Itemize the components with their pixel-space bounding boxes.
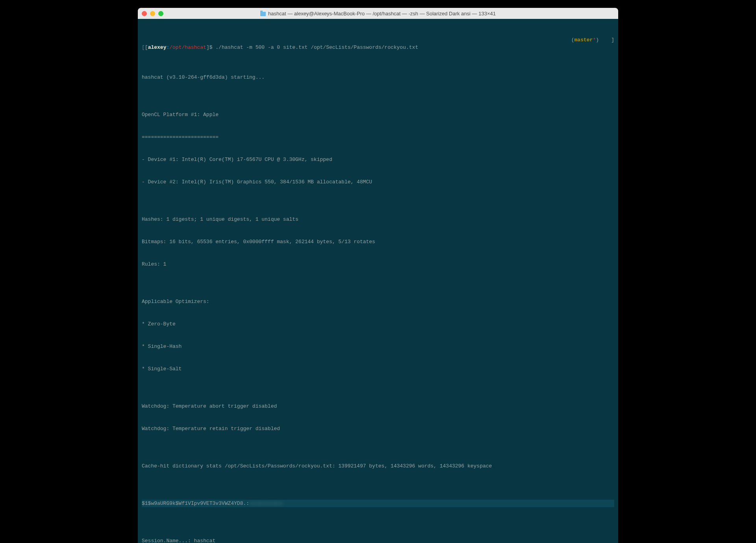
output-line: - Device #1: Intel(R) Core(TM) i7-6567U …: [142, 156, 614, 163]
folder-icon: [260, 12, 266, 16]
maximize-icon[interactable]: [158, 11, 163, 16]
command-text: ./hashcat -m 500 -a 0 site.txt /opt/SecL…: [215, 44, 418, 50]
output-line: =========================: [142, 133, 614, 141]
output-line: * Zero-Byte: [142, 320, 614, 328]
output-line: * Single-Hash: [142, 343, 614, 350]
terminal-body[interactable]: [[alexey:/opt/hashcat]$ ./hashcat -m 500…: [138, 19, 618, 543]
output-line: Hashes: 1 digests; 1 unique digests, 1 u…: [142, 216, 614, 223]
output-line: Session.Name...: hashcat: [142, 537, 614, 543]
window-title-text: hashcat — alexey@Alexeys-MacBook-Pro — /…: [268, 11, 496, 17]
redacted-password: xxxxxxxxxxx: [249, 501, 283, 506]
branch-open: (: [571, 37, 574, 43]
output-line: Rules: 1: [142, 260, 614, 268]
terminal-window: hashcat — alexey@Alexeys-MacBook-Pro — /…: [138, 8, 618, 543]
cracked-hash-line: $1$w9aURG9k$Wf1VIpv9VET3v3VWZ4YD8.:xxxxx…: [142, 500, 614, 507]
prompt-rbracket: ]$: [206, 44, 213, 50]
prompt-line-1: [[alexey:/opt/hashcat]$ ./hashcat -m 500…: [142, 36, 614, 51]
output-line: hashcat (v3.10-264-gff6d3da) starting...: [142, 74, 614, 81]
output-line: Bitmaps: 16 bits, 65536 entries, 0x0000f…: [142, 238, 614, 246]
prompt-user: alexey: [148, 44, 167, 50]
output-line: Applicable Optimizers:: [142, 298, 614, 305]
output-line: Watchdog: Temperature abort trigger disa…: [142, 403, 614, 410]
titlebar[interactable]: hashcat — alexey@Alexeys-MacBook-Pro — /…: [138, 8, 618, 19]
output-line: OpenCL Platform #1: Apple: [142, 111, 614, 118]
traffic-lights: [142, 11, 163, 16]
branch-close: ) ]: [596, 37, 614, 43]
hash-plain: $1$w9aURG9k$Wf1VIpv9VET3v3VWZ4YD8.:: [142, 501, 249, 506]
output-line: Watchdog: Temperature retain trigger dis…: [142, 425, 614, 432]
git-branch: master: [574, 37, 593, 43]
minimize-icon[interactable]: [150, 11, 155, 16]
prompt-path: /opt/hashcat: [169, 44, 206, 50]
output-line: * Single-Salt: [142, 365, 614, 373]
window-title: hashcat — alexey@Alexeys-MacBook-Pro — /…: [138, 11, 618, 17]
prompt-bracket: [: [145, 44, 148, 50]
output-line: Cache-hit dictionary stats /opt/SecLists…: [142, 462, 614, 470]
output-line: - Device #2: Intel(R) Iris(TM) Graphics …: [142, 178, 614, 186]
close-icon[interactable]: [142, 11, 147, 16]
